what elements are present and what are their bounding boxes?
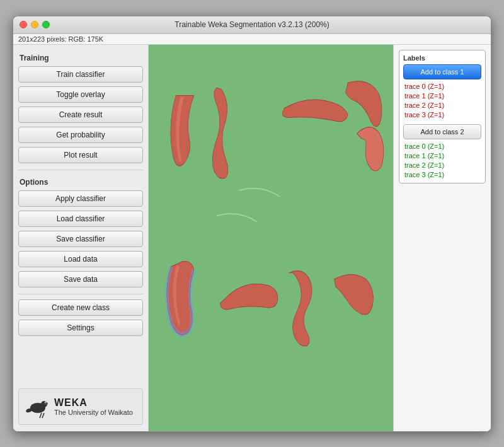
weka-text-block: WEKA The University of Waikato: [54, 397, 133, 416]
add-to-class-1-button[interactable]: Add to class 1: [403, 64, 481, 79]
divider-2: [18, 294, 143, 294]
maximize-button[interactable]: [42, 21, 50, 28]
toggle-overlay-button[interactable]: Toggle overlay: [18, 86, 143, 103]
labels-panel: Labels Add to class 1 trace 0 (Z=1) trac…: [393, 45, 491, 431]
svg-line-4: [42, 413, 44, 418]
apply-classifier-button[interactable]: Apply classifier: [18, 190, 143, 207]
image-panel[interactable]: [149, 45, 393, 431]
pixel-info: 201x223 pixels: RGB: 175K: [18, 35, 103, 43]
main-area: Labels Add to class 1 trace 0 (Z=1) trac…: [149, 45, 491, 431]
svg-line-3: [40, 413, 42, 418]
svg-point-6: [45, 402, 46, 403]
get-probability-button[interactable]: Get probability: [18, 127, 143, 143]
settings-button[interactable]: Settings: [18, 320, 143, 336]
class1-trace-2: trace 2 (Z=1): [403, 101, 481, 110]
class1-trace-0: trace 0 (Z=1): [403, 82, 481, 91]
class1-trace-1: trace 1 (Z=1): [403, 91, 481, 100]
class2-trace-2: trace 2 (Z=1): [403, 161, 481, 170]
create-new-class-button[interactable]: Create new class: [18, 299, 143, 316]
weka-name: WEKA: [54, 397, 133, 409]
options-section-label: Options: [18, 178, 143, 187]
save-data-button[interactable]: Save data: [18, 271, 143, 287]
weka-subtitle: The University of Waikato: [54, 409, 133, 416]
window-title: Trainable Weka Segmentation v3.2.13 (200…: [175, 20, 329, 29]
weka-logo: WEKA The University of Waikato: [18, 388, 143, 425]
training-section-label: Training: [18, 54, 143, 62]
worm-image: [149, 45, 393, 431]
class2-trace-list: trace 0 (Z=1) trace 1 (Z=1) trace 2 (Z=1…: [403, 142, 481, 179]
minimize-button[interactable]: [31, 21, 38, 28]
divider-1: [18, 170, 143, 170]
class1-trace-list: trace 0 (Z=1) trace 1 (Z=1) trace 2 (Z=1…: [403, 82, 481, 119]
class2-trace-3: trace 3 (Z=1): [403, 170, 481, 179]
traffic-lights: [20, 21, 50, 28]
load-classifier-button[interactable]: Load classifier: [18, 211, 143, 227]
status-bar: 201x223 pixels: RGB: 175K: [13, 34, 491, 45]
load-data-button[interactable]: Load data: [18, 251, 143, 267]
train-classifier-button[interactable]: Train classifier: [18, 66, 143, 83]
main-window: Trainable Weka Segmentation v3.2.13 (200…: [13, 16, 491, 432]
sidebar: Training Train classifier Toggle overlay…: [13, 45, 149, 431]
labels-section: Labels Add to class 1 trace 0 (Z=1) trac…: [399, 50, 486, 183]
class2-trace-1: trace 1 (Z=1): [403, 151, 481, 160]
titlebar: Trainable Weka Segmentation v3.2.13 (200…: [13, 16, 491, 34]
labels-header: Labels: [403, 54, 481, 62]
add-to-class-2-button[interactable]: Add to class 2: [403, 124, 481, 139]
class1-trace-3: trace 3 (Z=1): [403, 110, 481, 119]
weka-bird-icon: [24, 394, 49, 419]
content-area: Training Train classifier Toggle overlay…: [13, 45, 491, 431]
class2-trace-0: trace 0 (Z=1): [403, 142, 481, 151]
create-result-button[interactable]: Create result: [18, 107, 143, 123]
plot-result-button[interactable]: Plot result: [18, 147, 143, 163]
close-button[interactable]: [20, 21, 27, 28]
save-classifier-button[interactable]: Save classifier: [18, 231, 143, 247]
